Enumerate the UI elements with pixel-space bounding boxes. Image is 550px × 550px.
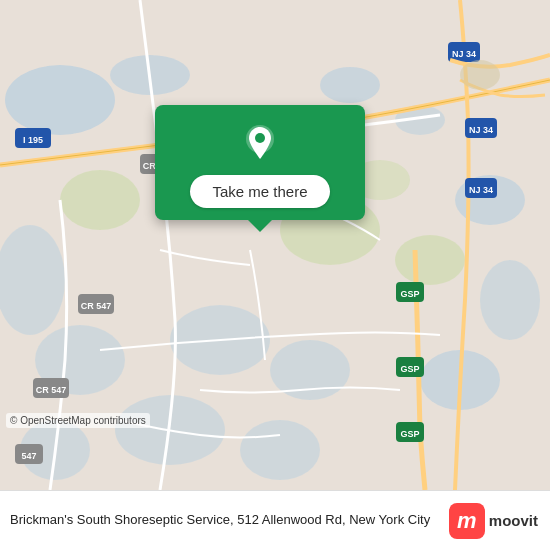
svg-text:NJ 34: NJ 34 [452, 49, 476, 59]
svg-point-15 [60, 170, 140, 230]
svg-text:I 195: I 195 [23, 135, 43, 145]
svg-text:GSP: GSP [400, 364, 419, 374]
map-container: I 195 NJ 34 NJ 34 NJ 34 GSP GSP GSP CR 5… [0, 0, 550, 490]
svg-text:CR 547: CR 547 [81, 301, 112, 311]
svg-point-3 [320, 67, 380, 103]
bottom-bar: Brickman's South Shoreseptic Service, 51… [0, 490, 550, 550]
svg-text:NJ 34: NJ 34 [469, 185, 493, 195]
svg-point-17 [395, 235, 465, 285]
svg-text:GSP: GSP [400, 429, 419, 439]
svg-point-43 [460, 60, 500, 90]
osm-attribution: © OpenStreetMap contributors [6, 413, 150, 428]
svg-point-45 [255, 133, 265, 143]
svg-text:CR 547: CR 547 [36, 385, 67, 395]
moovit-brand-name: moovit [489, 512, 538, 529]
svg-text:547: 547 [21, 451, 36, 461]
location-popup: Take me there [155, 105, 365, 220]
svg-text:GSP: GSP [400, 289, 419, 299]
svg-point-1 [5, 65, 115, 135]
moovit-icon: m [449, 503, 485, 539]
take-me-there-button[interactable]: Take me there [190, 175, 329, 208]
location-pin-icon [238, 121, 282, 165]
svg-point-6 [480, 260, 540, 340]
address-text: Brickman's South Shoreseptic Service, 51… [10, 512, 449, 529]
svg-point-14 [240, 420, 320, 480]
svg-text:NJ 34: NJ 34 [469, 125, 493, 135]
moovit-logo: m moovit [449, 503, 538, 539]
